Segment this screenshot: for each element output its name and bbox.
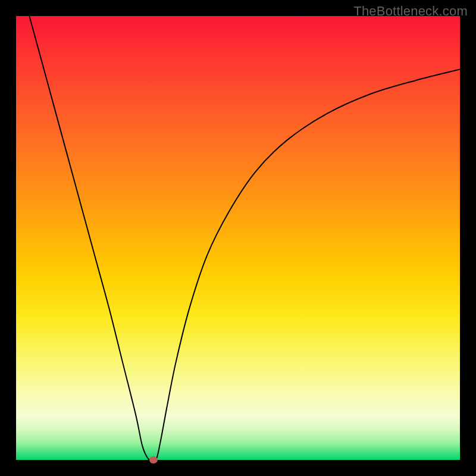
chart-svg-layer [16,16,460,460]
chart-frame: TheBottleneck.com [0,0,476,476]
bottleneck-curve [29,16,460,460]
optimal-marker [149,456,158,464]
watermark-text: TheBottleneck.com [353,4,468,19]
